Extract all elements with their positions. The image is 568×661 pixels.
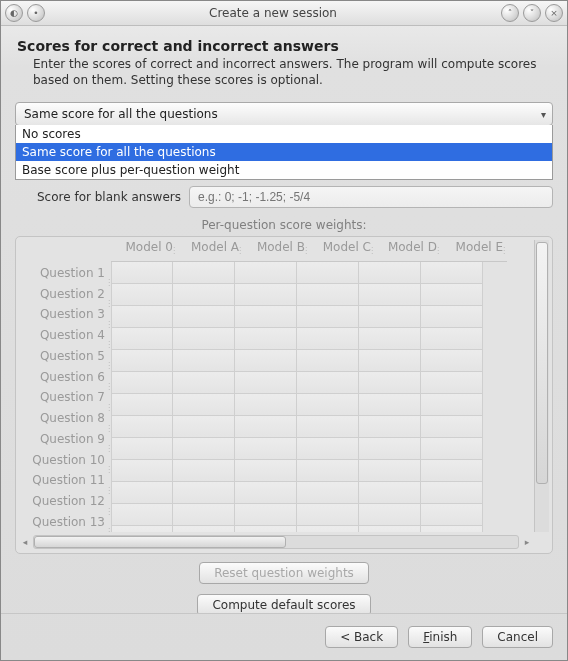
- weight-cell[interactable]: [173, 526, 235, 532]
- weight-cell[interactable]: [359, 262, 421, 284]
- dd-item-no-scores[interactable]: No scores: [16, 125, 552, 143]
- vertical-scroll-thumb[interactable]: [536, 242, 548, 484]
- weight-cell[interactable]: [359, 284, 421, 306]
- weight-cell[interactable]: [297, 372, 359, 394]
- weight-cell[interactable]: [421, 328, 483, 350]
- weight-cell[interactable]: [297, 482, 359, 504]
- weight-cell[interactable]: [173, 394, 235, 416]
- weight-cell[interactable]: [173, 482, 235, 504]
- vertical-scrollbar[interactable]: [534, 240, 549, 532]
- weight-cell[interactable]: [359, 350, 421, 372]
- weight-cell[interactable]: [111, 372, 173, 394]
- reset-weights-button[interactable]: Reset question weights: [199, 562, 369, 584]
- weight-cell[interactable]: [421, 416, 483, 438]
- weight-cell[interactable]: [359, 504, 421, 526]
- scroll-right-icon[interactable]: ▸: [521, 536, 533, 548]
- weight-cell[interactable]: [111, 306, 173, 328]
- weight-cell[interactable]: [235, 284, 297, 306]
- weight-cell[interactable]: [173, 416, 235, 438]
- weight-cell[interactable]: [235, 350, 297, 372]
- weight-cell[interactable]: [235, 416, 297, 438]
- column-header[interactable]: Model B: [243, 240, 309, 262]
- weight-cell[interactable]: [235, 438, 297, 460]
- score-mode-combo[interactable]: Same score for all the questions ▾: [15, 102, 553, 126]
- weight-cell[interactable]: [421, 438, 483, 460]
- dd-item-base-plus-weight[interactable]: Base score plus per-question weight: [16, 161, 552, 179]
- weight-cell[interactable]: [173, 350, 235, 372]
- weight-cell[interactable]: [359, 328, 421, 350]
- weight-cell[interactable]: [297, 504, 359, 526]
- weight-cell[interactable]: [297, 526, 359, 532]
- app-menu-icon[interactable]: ◐: [5, 4, 23, 22]
- weight-cell[interactable]: [173, 504, 235, 526]
- weight-cell[interactable]: [235, 482, 297, 504]
- back-button[interactable]: < Back: [325, 626, 398, 648]
- column-header[interactable]: Model E: [441, 240, 507, 262]
- weight-cell[interactable]: [297, 416, 359, 438]
- weight-cell[interactable]: [235, 372, 297, 394]
- weight-cell[interactable]: [359, 306, 421, 328]
- horizontal-scrollbar[interactable]: ◂ ▸: [19, 534, 549, 550]
- column-header[interactable]: Model C: [309, 240, 375, 262]
- weight-cell[interactable]: [111, 504, 173, 526]
- weight-cell[interactable]: [173, 306, 235, 328]
- weight-cell[interactable]: [421, 350, 483, 372]
- compute-scores-button[interactable]: Compute default scores: [197, 594, 370, 613]
- scroll-left-icon[interactable]: ◂: [19, 536, 31, 548]
- weight-cell[interactable]: [173, 262, 235, 284]
- column-header[interactable]: Model 0: [111, 240, 177, 262]
- weight-cell[interactable]: [297, 350, 359, 372]
- weight-cell[interactable]: [173, 328, 235, 350]
- weight-cell[interactable]: [297, 284, 359, 306]
- weight-cell[interactable]: [297, 460, 359, 482]
- weight-cell[interactable]: [235, 306, 297, 328]
- weight-cell[interactable]: [235, 504, 297, 526]
- weight-cell[interactable]: [421, 526, 483, 532]
- dd-item-same-score[interactable]: Same score for all the questions: [16, 143, 552, 161]
- weight-cell[interactable]: [359, 526, 421, 532]
- weight-cell[interactable]: [235, 328, 297, 350]
- weight-cell[interactable]: [297, 306, 359, 328]
- weight-cell[interactable]: [421, 394, 483, 416]
- weight-cell[interactable]: [111, 284, 173, 306]
- weight-cell[interactable]: [173, 460, 235, 482]
- close-icon[interactable]: ×: [545, 4, 563, 22]
- weight-cell[interactable]: [297, 394, 359, 416]
- weight-cell[interactable]: [235, 394, 297, 416]
- weight-cell[interactable]: [359, 438, 421, 460]
- h-scroll-thumb[interactable]: [34, 536, 286, 548]
- weight-cell[interactable]: [235, 460, 297, 482]
- weight-cell[interactable]: [111, 416, 173, 438]
- weight-cell[interactable]: [421, 262, 483, 284]
- weight-cell[interactable]: [111, 526, 173, 532]
- weight-cell[interactable]: [111, 482, 173, 504]
- weight-cell[interactable]: [111, 460, 173, 482]
- weight-cell[interactable]: [111, 350, 173, 372]
- weight-cell[interactable]: [235, 526, 297, 532]
- weight-cell[interactable]: [359, 416, 421, 438]
- weight-cell[interactable]: [173, 438, 235, 460]
- weight-cell[interactable]: [111, 438, 173, 460]
- weight-cell[interactable]: [111, 262, 173, 284]
- weight-cell[interactable]: [359, 482, 421, 504]
- weight-cell[interactable]: [359, 372, 421, 394]
- weight-cell[interactable]: [359, 460, 421, 482]
- rollup-icon[interactable]: ˄: [501, 4, 519, 22]
- weight-cell[interactable]: [111, 328, 173, 350]
- finish-button[interactable]: Finish: [408, 626, 472, 648]
- weight-cell[interactable]: [173, 284, 235, 306]
- cancel-button[interactable]: Cancel: [482, 626, 553, 648]
- weight-cell[interactable]: [421, 482, 483, 504]
- weight-cell[interactable]: [297, 262, 359, 284]
- column-header[interactable]: Model A: [177, 240, 243, 262]
- weight-cell[interactable]: [421, 284, 483, 306]
- weight-cell[interactable]: [111, 394, 173, 416]
- weight-cell[interactable]: [297, 328, 359, 350]
- weight-cell[interactable]: [297, 438, 359, 460]
- weight-cell[interactable]: [421, 372, 483, 394]
- weight-cell[interactable]: [421, 504, 483, 526]
- weight-cell[interactable]: [421, 306, 483, 328]
- h-scroll-track[interactable]: [33, 535, 519, 549]
- maximize-icon[interactable]: ˅: [523, 4, 541, 22]
- weight-cell[interactable]: [173, 372, 235, 394]
